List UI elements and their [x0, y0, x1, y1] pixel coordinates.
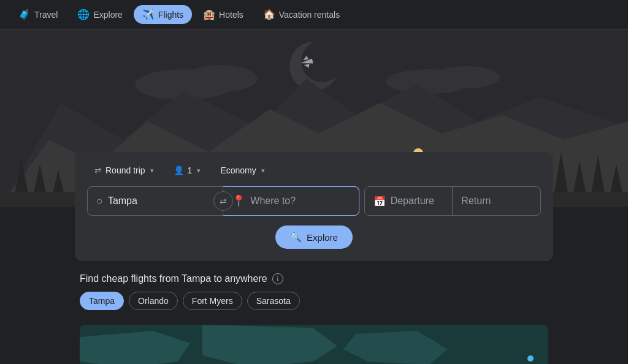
nav-vacation-label: Vacation rentals — [279, 10, 340, 20]
map-inner — [80, 325, 548, 364]
location-chips: Tampa Orlando Fort Myers Sarasota — [80, 292, 548, 310]
explore-label: Explore — [307, 232, 338, 243]
swap-button[interactable]: ⇄ — [213, 191, 233, 211]
explore-icon: 🌐 — [77, 9, 90, 20]
nav-travel-label: Travel — [34, 10, 58, 20]
chip-fortmyers-label: Fort Myers — [192, 296, 233, 306]
chip-orlando-label: Orlando — [138, 296, 169, 306]
explore-row: 🔍 Explore — [87, 226, 541, 249]
top-navigation: 🧳 Travel 🌐 Explore ✈️ Flights 🏨 Hotels 🏠… — [0, 0, 628, 29]
chip-tampa-label: Tampa — [89, 296, 115, 306]
search-icon: 🔍 — [290, 232, 302, 243]
class-label: Economy — [220, 165, 256, 175]
origin-field[interactable]: ○ Tampa — [87, 186, 223, 216]
origin-destination-group: ○ Tampa ⇄ 📍 Where to? — [87, 186, 359, 216]
departure-field[interactable]: 📅 Departure — [364, 186, 453, 216]
explore-button[interactable]: 🔍 Explore — [275, 226, 353, 249]
chip-sarasota-label: Sarasota — [256, 296, 291, 306]
travel-icon: 🧳 — [18, 9, 31, 20]
nav-explore[interactable]: 🌐 Explore — [69, 5, 131, 24]
date-group: 📅 Departure Return — [364, 186, 541, 216]
passengers-icon: 👤 — [174, 165, 184, 175]
chip-fortmyers[interactable]: Fort Myers — [183, 292, 242, 310]
class-button[interactable]: Economy ▾ — [213, 162, 272, 179]
trip-type-chevron: ▾ — [150, 167, 154, 175]
passengers-label: 1 — [188, 165, 193, 175]
nav-hotels-label: Hotels — [219, 10, 243, 20]
destination-placeholder: Where to? — [250, 195, 296, 207]
nav-hotels[interactable]: 🏨 Hotels — [194, 5, 252, 24]
vacation-icon: 🏠 — [263, 9, 275, 20]
nav-flights[interactable]: ✈️ Flights — [134, 5, 192, 24]
calendar-icon: 📅 — [373, 195, 386, 207]
svg-point-31 — [527, 355, 534, 362]
departure-placeholder: Departure — [391, 195, 434, 207]
trip-type-label: Round trip — [105, 165, 145, 175]
trip-type-button[interactable]: ⇄ Round trip ▾ — [87, 162, 161, 179]
subtitle-text: Find cheap flights from Tampa to anywher… — [80, 273, 267, 284]
return-field[interactable]: Return — [453, 186, 541, 216]
destination-field[interactable]: 📍 Where to? — [223, 186, 359, 216]
origin-icon: ○ — [96, 195, 103, 208]
destination-icon: 📍 — [232, 194, 245, 208]
bottom-section: Find cheap flights from Tampa to anywher… — [0, 261, 628, 317]
hotels-icon: 🏨 — [203, 9, 215, 20]
passengers-button[interactable]: 👤 1 ▾ — [166, 162, 209, 179]
chip-tampa[interactable]: Tampa — [80, 292, 124, 310]
return-placeholder: Return — [461, 195, 491, 207]
map-preview[interactable] — [80, 325, 548, 364]
svg-point-4 — [184, 65, 258, 92]
svg-point-6 — [432, 66, 500, 88]
origin-value: Tampa — [108, 195, 137, 207]
nav-vacation[interactable]: 🏠 Vacation rentals — [255, 5, 348, 24]
nav-travel[interactable]: 🧳 Travel — [10, 5, 66, 24]
info-icon[interactable]: i — [272, 273, 283, 284]
chip-sarasota[interactable]: Sarasota — [247, 292, 300, 310]
search-panel: ⇄ Round trip ▾ 👤 1 ▾ Economy ▾ ○ Tampa — [75, 152, 553, 261]
passengers-chevron: ▾ — [197, 167, 201, 175]
search-fields: ○ Tampa ⇄ 📍 Where to? 📅 Departure Return — [87, 186, 541, 216]
round-trip-icon: ⇄ — [94, 165, 102, 175]
flights-icon: ✈️ — [142, 9, 155, 20]
chip-orlando[interactable]: Orlando — [129, 292, 178, 310]
page-subtitle: Find cheap flights from Tampa to anywher… — [80, 273, 548, 284]
nav-explore-label: Explore — [93, 10, 122, 20]
nav-flights-label: Flights — [158, 10, 183, 20]
search-options-row: ⇄ Round trip ▾ 👤 1 ▾ Economy ▾ — [87, 162, 541, 179]
class-chevron: ▾ — [261, 167, 265, 175]
